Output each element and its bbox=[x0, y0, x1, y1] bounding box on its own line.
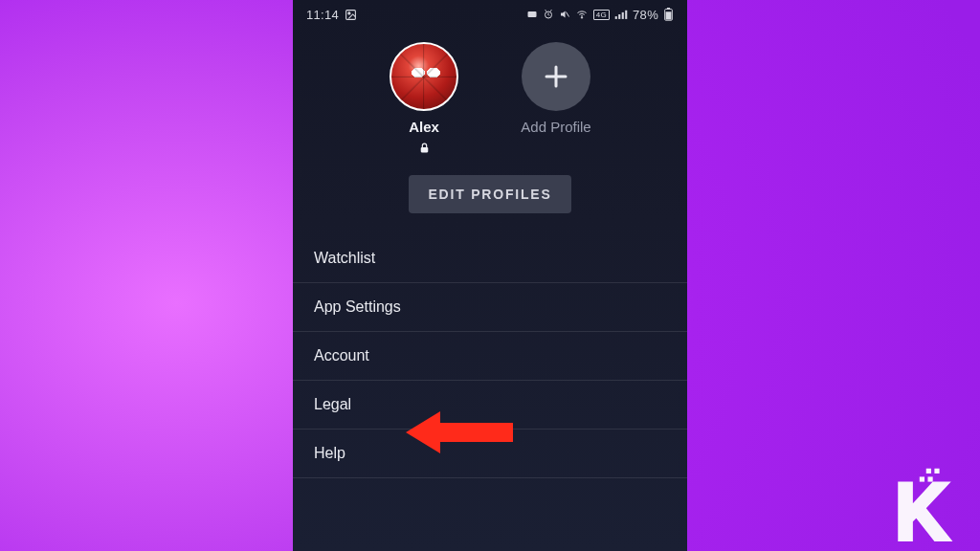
network-4g-icon: 4G bbox=[593, 10, 610, 20]
svg-point-1 bbox=[348, 11, 350, 13]
add-profile-label: Add Profile bbox=[521, 119, 590, 135]
svg-rect-12 bbox=[666, 11, 672, 19]
settings-menu: Watchlist App Settings Account Legal Hel… bbox=[293, 234, 687, 478]
menu-item-account[interactable]: Account bbox=[293, 332, 687, 381]
plus-icon bbox=[542, 62, 570, 91]
add-profile-circle[interactable] bbox=[522, 42, 590, 111]
profile-active[interactable]: Alex bbox=[371, 42, 477, 156]
status-time: 11:14 bbox=[306, 8, 339, 22]
menu-item-watchlist[interactable]: Watchlist bbox=[293, 234, 687, 283]
card-icon bbox=[526, 9, 538, 20]
svg-point-5 bbox=[581, 17, 582, 18]
signal-icon bbox=[614, 9, 628, 20]
svg-rect-7 bbox=[618, 14, 620, 19]
menu-item-help[interactable]: Help bbox=[293, 430, 687, 478]
svg-rect-20 bbox=[927, 476, 932, 481]
menu-item-app-settings[interactable]: App Settings bbox=[293, 283, 687, 332]
status-bar: 11:14 4G bbox=[293, 0, 687, 29]
svg-rect-9 bbox=[625, 11, 627, 19]
status-bar-left: 11:14 bbox=[306, 8, 357, 22]
add-profile[interactable]: Add Profile bbox=[503, 42, 609, 156]
page-background: 11:14 4G bbox=[0, 0, 980, 551]
profile-name-label: Alex bbox=[409, 119, 439, 135]
svg-rect-19 bbox=[920, 476, 924, 481]
wifi-icon bbox=[575, 9, 589, 20]
edit-profiles-row: EDIT PROFILES bbox=[293, 162, 687, 234]
profile-avatar[interactable] bbox=[390, 42, 458, 111]
svg-rect-13 bbox=[420, 146, 428, 151]
status-bar-right: 4G 78% bbox=[526, 8, 674, 22]
mute-icon bbox=[559, 9, 570, 20]
battery-icon bbox=[663, 8, 674, 21]
alarm-icon bbox=[543, 9, 554, 20]
svg-rect-11 bbox=[667, 8, 670, 10]
svg-rect-2 bbox=[527, 11, 536, 17]
svg-rect-17 bbox=[926, 469, 931, 474]
svg-rect-6 bbox=[615, 16, 617, 19]
image-icon bbox=[345, 9, 357, 21]
lock-icon bbox=[418, 141, 431, 155]
svg-rect-18 bbox=[934, 469, 939, 474]
menu-item-legal[interactable]: Legal bbox=[293, 381, 687, 430]
battery-text: 78% bbox=[633, 8, 658, 22]
svg-rect-8 bbox=[622, 12, 624, 19]
edit-profiles-button[interactable]: EDIT PROFILES bbox=[409, 175, 570, 213]
profiles-row: Alex Add Profile bbox=[293, 29, 687, 162]
phone-screen: 11:14 4G bbox=[293, 0, 687, 551]
watermark-k-logo bbox=[880, 467, 969, 541]
svg-line-4 bbox=[566, 12, 568, 17]
